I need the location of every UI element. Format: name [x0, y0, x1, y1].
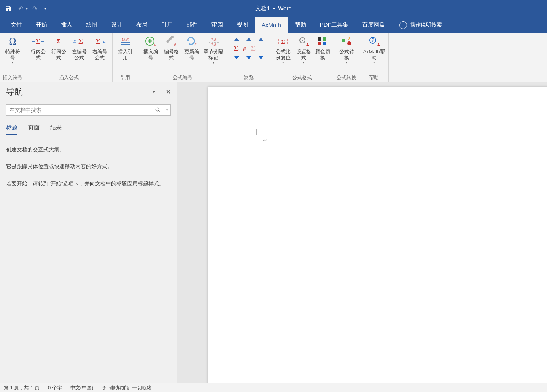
tell-me-label: 操作说明搜索 [410, 22, 442, 29]
svg-marker-22 [246, 38, 251, 41]
svg-marker-21 [234, 38, 239, 41]
group-insert-symbol: Ω 特殊符号 ▾ 插入符号 [0, 33, 25, 82]
status-language[interactable]: 中文(中国) [70, 384, 94, 391]
tab-home[interactable]: 开始 [29, 17, 54, 33]
tab-view[interactable]: 视图 [230, 17, 255, 33]
tab-axmath[interactable]: AxMath [255, 17, 288, 33]
search-icon [155, 107, 161, 113]
insert-reference-button[interactable]: (#.#) 插入引用 [115, 34, 135, 63]
axmath-help-button[interactable]: ?Σ AxMath帮助 ▾ [362, 34, 386, 66]
set-format-button[interactable]: Σ 设置格式 ▾ [293, 34, 314, 66]
formula-convert-button[interactable]: 公式转换 ▾ [336, 34, 357, 66]
refresh-hash-icon: # [184, 36, 199, 47]
svg-rect-33 [323, 37, 326, 41]
nav-close-button[interactable]: ✕ [166, 88, 171, 96]
insert-number-button[interactable]: # 插入编号 [140, 34, 161, 63]
tab-baidu-netdisk[interactable]: 百度网盘 [355, 17, 392, 33]
status-page[interactable]: 第 1 页，共 1 页 [4, 384, 40, 391]
omega-icon: Ω [5, 36, 20, 47]
inline-formula-button[interactable]: Σ 行内公式 [28, 34, 48, 63]
chevron-down-icon: ▾ [346, 61, 348, 64]
svg-line-42 [159, 111, 160, 112]
number-format-button[interactable]: # 编号格式 [161, 34, 181, 63]
nav-tab-headings[interactable]: 标题 [6, 124, 17, 135]
tab-help[interactable]: 帮助 [288, 17, 313, 33]
undo-dropdown[interactable]: ▾ [26, 6, 28, 11]
prev-up-3[interactable] [258, 37, 264, 42]
tab-insert[interactable]: 插入 [54, 17, 79, 33]
svg-marker-23 [259, 38, 263, 41]
workspace: 导航 ▾ ✕ ▾ 标题 页面 结果 创建文档的交互式大纲。 它是跟踪具体位置或快… [0, 82, 547, 383]
svg-rect-34 [318, 42, 321, 45]
status-word-count[interactable]: 0 个字 [48, 384, 62, 391]
status-accessibility[interactable]: 辅助功能: 一切就绪 [102, 384, 151, 391]
svg-marker-36 [342, 39, 345, 42]
tab-mailings[interactable]: 邮件 [180, 17, 205, 33]
svg-rect-32 [318, 37, 321, 41]
search-options-dropdown[interactable]: ▾ [164, 105, 170, 115]
nav-search-box: ▾ [6, 104, 171, 116]
color-swatch-icon [315, 36, 330, 47]
tab-pdf-tools[interactable]: PDF工具集 [313, 17, 355, 33]
svg-rect-11 [121, 42, 130, 43]
next-down-2[interactable] [246, 55, 252, 61]
tab-layout[interactable]: 布局 [129, 17, 154, 33]
search-button[interactable] [152, 105, 164, 115]
save-button[interactable] [3, 3, 14, 14]
nav-help-text-1: 创建文档的交互式大纲。 [6, 145, 171, 154]
update-number-button[interactable]: # 更新编号 [181, 34, 202, 63]
tab-file[interactable]: 文件 [4, 17, 29, 33]
left-number-formula-button[interactable]: #Σ 左编号公式 [69, 34, 89, 63]
document-area[interactable]: ↵ [177, 82, 547, 383]
section-mark-button[interactable]: #.##.# 章节分隔标记 ▾ [202, 34, 225, 66]
special-symbol-button[interactable]: Ω 特殊符号 ▾ [2, 34, 23, 66]
group-reference: (#.#) 插入引用 引用 [113, 33, 138, 82]
section-break-icon: #.##.# [206, 36, 221, 47]
svg-text:Σ: Σ [306, 41, 309, 46]
display-formula-button[interactable]: Σ 行间公式 [48, 34, 69, 63]
svg-point-37 [347, 41, 351, 45]
svg-text:Σ: Σ [281, 39, 285, 45]
hash-browse-icon: # [243, 46, 246, 52]
plus-hash-icon: # [143, 36, 158, 47]
tab-review[interactable]: 审阅 [205, 17, 230, 33]
search-input[interactable] [6, 105, 152, 115]
prev-up-1[interactable] [234, 37, 240, 42]
qat-customize[interactable]: ▾ [41, 3, 48, 14]
chevron-down-icon: ▾ [282, 61, 284, 64]
page[interactable]: ↵ [208, 87, 547, 383]
accessibility-icon [102, 385, 107, 390]
help-icon: ?Σ [366, 36, 382, 47]
reference-icon: (#.#) [118, 36, 133, 47]
group-formula-number: # 插入编号 # 编号格式 # 更新编号 #.##.# 章节分隔标记 ▾ 公式编… [138, 33, 227, 82]
paragraph-mark-icon: ↵ [263, 137, 267, 143]
tab-references[interactable]: 引用 [154, 17, 180, 33]
document-name: 文档1 [255, 5, 270, 11]
app-name: Word [278, 5, 292, 11]
next-down-3[interactable] [258, 55, 264, 61]
chevron-down-icon: ▾ [373, 61, 375, 64]
margin-indicator [256, 129, 263, 135]
ratio-reset-button[interactable]: Σ 公式比例复位 ▾ [273, 34, 293, 66]
tab-draw[interactable]: 绘图 [79, 17, 104, 33]
svg-text:#: # [194, 42, 197, 47]
tell-me-search[interactable]: 操作说明搜索 [399, 17, 442, 33]
svg-rect-35 [323, 42, 326, 45]
svg-marker-16 [187, 40, 189, 42]
tab-design[interactable]: 设计 [104, 17, 129, 33]
sigma-disabled-icon: Σ [251, 44, 256, 53]
prev-up-2[interactable] [246, 37, 252, 42]
group-help: ?Σ AxMath帮助 ▾ 帮助 [359, 33, 389, 82]
color-switch-button[interactable]: 颜色切换 [314, 34, 331, 63]
nav-tab-pages[interactable]: 页面 [28, 124, 40, 135]
svg-text:?: ? [372, 38, 374, 43]
next-down-1[interactable] [234, 55, 240, 61]
right-number-formula-button[interactable]: Σ# 右编号公式 [89, 34, 110, 63]
status-bar: 第 1 页，共 1 页 0 个字 中文(中国) 辅助功能: 一切就绪 [0, 383, 547, 392]
nav-content: 创建文档的交互式大纲。 它是跟踪具体位置或快速移动内容的好方式。 若要开始，请转… [6, 145, 171, 196]
redo-button[interactable]: ↷ [29, 3, 40, 14]
nav-tab-results[interactable]: 结果 [50, 124, 62, 135]
group-formula-format: Σ 公式比例复位 ▾ Σ 设置格式 ▾ 颜色切换 公式格式 [270, 33, 334, 82]
nav-options-dropdown[interactable]: ▾ [153, 89, 155, 95]
undo-button[interactable]: ↶ [15, 3, 26, 14]
